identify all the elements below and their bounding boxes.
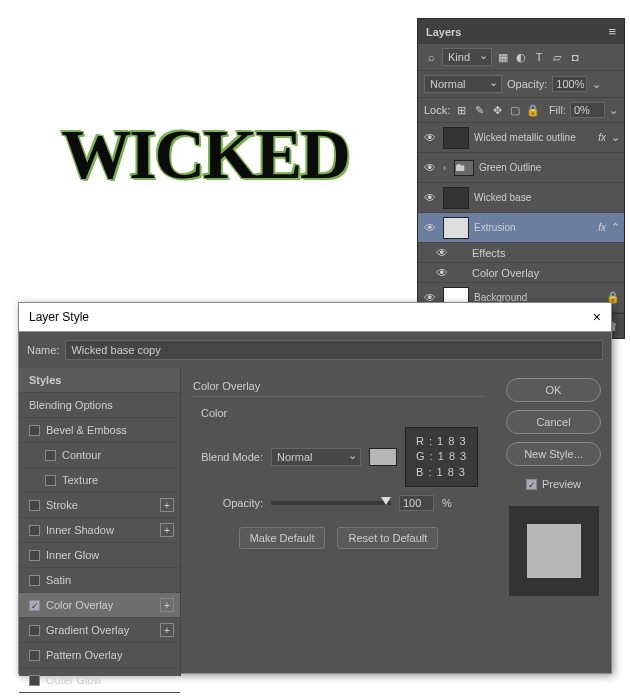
preview-swatch <box>509 506 599 596</box>
layer-row[interactable]: 👁 Extrusion fx ⌃ <box>418 213 624 243</box>
layer-name: Green Outline <box>479 162 620 173</box>
layer-name: Extrusion <box>474 222 593 233</box>
add-icon[interactable]: + <box>160 523 174 537</box>
preview-color <box>527 524 581 578</box>
opacity-slider[interactable] <box>271 501 391 505</box>
preview-label: Preview <box>542 478 581 490</box>
percent-label: % <box>442 497 452 509</box>
panel-menu-icon[interactable]: ≡ <box>608 24 616 39</box>
style-pattern-overlay[interactable]: Pattern Overlay <box>19 643 180 668</box>
dialog-titlebar[interactable]: Layer Style × <box>19 303 611 332</box>
layer-thumbnail <box>443 217 469 239</box>
lock-all-icon[interactable]: 🔒 <box>526 103 540 117</box>
filter-shape-icon[interactable]: ▱ <box>550 50 564 64</box>
color-sublabel: Color <box>201 407 484 419</box>
fx-badge[interactable]: fx <box>598 132 606 143</box>
lock-brush-icon[interactable]: ✎ <box>472 103 486 117</box>
layers-title: Layers <box>426 26 461 38</box>
opacity-value-input[interactable]: 100 <box>399 495 434 511</box>
style-bevel[interactable]: Bevel & Emboss <box>19 418 180 443</box>
filter-kind-dropdown[interactable]: Kind <box>442 48 492 66</box>
blending-options[interactable]: Blending Options <box>19 393 180 418</box>
opacity-label: Opacity: <box>507 78 547 90</box>
chevron-up-icon[interactable]: ⌃ <box>611 221 620 234</box>
settings-panel: Color Overlay Color Blend Mode: Normal R… <box>181 368 496 676</box>
visibility-icon[interactable]: 👁 <box>422 131 438 145</box>
visibility-icon[interactable]: 👁 <box>422 161 438 175</box>
visibility-icon[interactable]: 👁 <box>434 246 450 260</box>
visibility-icon[interactable]: 👁 <box>422 221 438 235</box>
chevron-down-icon[interactable]: ⌄ <box>611 131 620 144</box>
layer-thumbnail <box>443 127 469 149</box>
preview-toggle[interactable]: Preview <box>526 478 581 490</box>
overlay-blend-dropdown[interactable]: Normal <box>271 448 361 466</box>
canvas-area: WICKED <box>0 20 410 290</box>
filter-type-icon[interactable]: T <box>532 50 546 64</box>
name-row: Name: <box>19 332 611 368</box>
name-label: Name: <box>27 344 59 356</box>
layer-name: Wicked metallic outline <box>474 132 593 143</box>
filter-pixel-icon[interactable]: ▦ <box>496 50 510 64</box>
rgb-readout: R : 1 8 3 G : 1 8 3 B : 1 8 3 <box>405 427 478 487</box>
style-inner-glow[interactable]: Inner Glow <box>19 543 180 568</box>
style-inner-shadow[interactable]: Inner Shadow+ <box>19 518 180 543</box>
blend-mode-row: Normal Opacity: 100% ⌄ <box>418 71 624 98</box>
dialog-buttons: OK Cancel New Style... Preview <box>496 368 611 676</box>
layer-row[interactable]: 👁 Wicked metallic outline fx ⌄ <box>418 123 624 153</box>
filter-adjust-icon[interactable]: ◐ <box>514 50 528 64</box>
styles-list: Styles Blending Options Bevel & Emboss C… <box>19 368 181 676</box>
visibility-icon[interactable]: 👁 <box>422 191 438 205</box>
layers-panel: Layers ≡ ⌕ Kind ▦ ◐ T ▱ ◘ Normal Opacity… <box>417 18 625 339</box>
lock-label: Lock: <box>424 104 450 116</box>
style-outer-glow[interactable]: Outer Glow <box>19 668 180 693</box>
layer-row[interactable]: 👁 Wicked base <box>418 183 624 213</box>
layer-thumbnail <box>443 187 469 209</box>
chevron-down-icon[interactable]: ⌄ <box>609 104 618 117</box>
fx-badge[interactable]: fx <box>598 222 606 233</box>
lock-move-icon[interactable]: ✥ <box>490 103 504 117</box>
layer-style-dialog: Layer Style × Name: Styles Blending Opti… <box>18 302 612 674</box>
close-icon[interactable]: × <box>593 309 601 325</box>
reset-default-button[interactable]: Reset to Default <box>337 527 438 549</box>
visibility-icon[interactable]: 👁 <box>434 266 450 280</box>
layer-name: Wicked base <box>474 192 620 203</box>
style-satin[interactable]: Satin <box>19 568 180 593</box>
make-default-button[interactable]: Make Default <box>239 527 326 549</box>
new-style-button[interactable]: New Style... <box>506 442 601 466</box>
add-icon[interactable]: + <box>160 623 174 637</box>
name-input[interactable] <box>65 340 603 360</box>
cancel-button[interactable]: Cancel <box>506 410 601 434</box>
color-swatch[interactable] <box>369 448 397 466</box>
effect-name: Color Overlay <box>472 267 539 279</box>
section-title: Color Overlay <box>193 380 484 397</box>
add-icon[interactable]: + <box>160 598 174 612</box>
fill-label: Fill: <box>549 104 566 116</box>
ok-button[interactable]: OK <box>506 378 601 402</box>
opacity-input[interactable]: 100% <box>552 76 587 92</box>
effects-header[interactable]: 👁 Effects <box>418 243 624 263</box>
expand-icon[interactable]: › <box>443 163 446 173</box>
blend-mode-dropdown[interactable]: Normal <box>424 75 502 93</box>
lock-row: Lock: ⊞ ✎ ✥ ▢ 🔒 Fill: 0% ⌄ <box>418 98 624 123</box>
fill-input[interactable]: 0% <box>570 102 605 118</box>
styles-header[interactable]: Styles <box>19 368 180 393</box>
chevron-down-icon[interactable]: ⌄ <box>592 78 601 91</box>
layers-panel-header: Layers ≡ <box>418 19 624 44</box>
preview-checkbox[interactable] <box>526 479 537 490</box>
layer-row[interactable]: 👁 › 🖿 Green Outline <box>418 153 624 183</box>
search-icon: ⌕ <box>424 50 438 64</box>
add-icon[interactable]: + <box>160 498 174 512</box>
effects-label: Effects <box>472 247 505 259</box>
style-gradient-overlay[interactable]: Gradient Overlay+ <box>19 618 180 643</box>
style-contour[interactable]: Contour <box>19 443 180 468</box>
lock-transparency-icon[interactable]: ⊞ <box>454 103 468 117</box>
style-color-overlay[interactable]: Color Overlay+ <box>19 593 180 618</box>
filter-smart-icon[interactable]: ◘ <box>568 50 582 64</box>
effect-item[interactable]: 👁 Color Overlay <box>418 263 624 283</box>
wicked-artwork: WICKED <box>61 115 348 195</box>
style-texture[interactable]: Texture <box>19 468 180 493</box>
dialog-title: Layer Style <box>29 310 89 324</box>
style-stroke[interactable]: Stroke+ <box>19 493 180 518</box>
lock-artboard-icon[interactable]: ▢ <box>508 103 522 117</box>
folder-icon: 🖿 <box>454 160 474 176</box>
